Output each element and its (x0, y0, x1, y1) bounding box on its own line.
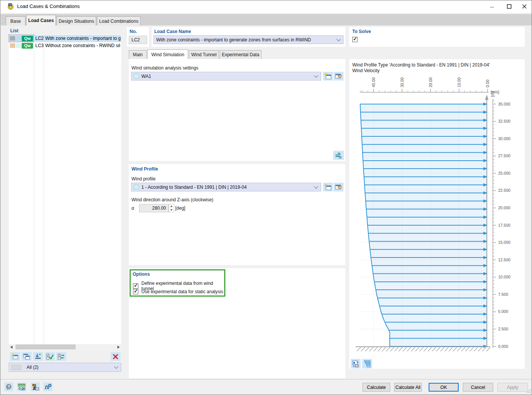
chart-subtitle: Wind Velocity (352, 68, 380, 73)
alpha-unit: [deg] (175, 205, 185, 211)
use-experimental-checkbox[interactable] (133, 289, 138, 294)
new-profile-button[interactable] (323, 183, 333, 191)
close-button[interactable] (517, 1, 532, 12)
list-item-lc3[interactable]: Qw LC3 Without zone constraints - RWIND … (9, 42, 121, 49)
fx-icon: fx (44, 383, 52, 391)
option-use-experimental[interactable]: Use experimental data for static analysi… (133, 289, 223, 294)
maximize-button[interactable] (500, 1, 518, 12)
wind-settings-button[interactable] (333, 151, 344, 160)
app-icon (7, 3, 14, 10)
footer-divider (0, 379, 532, 379)
svg-text:0.00: 0.00 (485, 79, 490, 87)
tab-base[interactable]: Base (6, 16, 25, 25)
chevron-down-icon (314, 184, 318, 188)
svg-text:?: ? (8, 384, 10, 389)
wind-icon (335, 152, 342, 158)
cancel-button[interactable]: Cancel (463, 383, 493, 392)
spinner-up[interactable] (169, 204, 174, 208)
wind-profile-label: Wind profile (131, 176, 155, 182)
chevron-down-icon (114, 364, 118, 368)
delete-case-button[interactable] (111, 352, 120, 361)
minimize-button[interactable] (483, 1, 500, 12)
edit-profile-button[interactable] (334, 183, 344, 191)
load-cases-dialog: Load Cases & Combinations Base Load Case… (0, 0, 532, 395)
list-horizontal-scrollbar[interactable] (9, 344, 121, 350)
to-solve-panel: To Solve (349, 27, 525, 47)
calculate-all-button[interactable]: Calculate All (394, 383, 422, 392)
ok-button[interactable]: OK (429, 383, 459, 392)
wind-sim-settings-dropdown[interactable]: WA1 (131, 72, 321, 81)
svg-text:15.000: 15.000 (498, 240, 510, 245)
invert-selection-button[interactable] (56, 352, 66, 361)
copy-case-button[interactable] (22, 352, 32, 361)
window-title: Load Cases & Combinations (17, 3, 80, 9)
edit-settings-button[interactable] (334, 72, 344, 81)
case-number-field[interactable]: LC2 (129, 36, 147, 44)
diagram-refresh-icon (352, 360, 359, 368)
subtab-experimental-data[interactable]: Experimental Data (220, 50, 261, 59)
wind-direction-spinner[interactable] (169, 204, 174, 212)
color-letter-icon: A (32, 383, 39, 391)
options-header: Options (133, 272, 150, 277)
edit-window-hand-icon (335, 184, 342, 191)
spinner-down[interactable] (169, 208, 174, 212)
tab-design-situations[interactable]: Design Situations (57, 16, 96, 25)
insert-arrow-icon (34, 353, 42, 360)
chart-title: Wind Profile Type 'According to Standard… (352, 62, 523, 68)
profile-swatch (134, 185, 139, 190)
wind-profile-value: 1 - According to Standard - EN 1991 | DI… (141, 185, 312, 190)
svg-text:0.000: 0.000 (498, 344, 508, 349)
help-button[interactable]: ? (4, 382, 13, 391)
wind-profile-chart-panel: Wind Profile Type 'According to Standard… (349, 59, 525, 369)
tab-load-cases[interactable]: Load Cases (26, 15, 56, 25)
scrollbar-thumb[interactable] (16, 344, 76, 349)
list-header: List (10, 28, 18, 33)
calculate-button[interactable]: Calculate (363, 383, 390, 392)
svg-text:12.500: 12.500 (498, 258, 510, 262)
svg-text:20.000: 20.000 (498, 205, 510, 210)
new-settings-button[interactable] (323, 72, 333, 81)
to-solve-checkbox[interactable] (352, 37, 358, 42)
profile-display-button[interactable] (362, 359, 372, 368)
svg-text:30.00: 30.00 (400, 77, 404, 87)
subtab-wind-tunnel[interactable]: Wind Tunnel (189, 50, 219, 59)
list-column-divider (44, 35, 44, 344)
wind-profile-dropdown[interactable]: 1 - According to Standard - EN 1991 | DI… (131, 183, 321, 191)
alpha-symbol: α (131, 205, 134, 211)
select-all-button[interactable] (45, 352, 55, 361)
new-case-button[interactable] (10, 352, 20, 361)
load-case-list (9, 35, 121, 344)
resize-grip[interactable] (526, 389, 531, 393)
list-column-divider (34, 35, 34, 344)
check-all-icon (46, 353, 54, 360)
main-tab-strip: Base Load Cases Design Situations Load C… (1, 14, 532, 25)
filter-value: All (2) (27, 365, 112, 370)
wind-direction-input[interactable]: 280.00 (139, 204, 169, 212)
scroll-left-arrow[interactable] (9, 344, 14, 350)
svg-text:32.500: 32.500 (498, 119, 510, 123)
display-settings-button[interactable]: A (31, 382, 40, 391)
case-id: LC2 (35, 36, 44, 41)
svg-text:17.500: 17.500 (498, 223, 510, 228)
to-solve-label: To Solve (352, 29, 371, 34)
scroll-right-arrow[interactable] (116, 344, 121, 350)
list-filter-dropdown[interactable]: All (2) (9, 363, 121, 372)
list-item-lc2[interactable]: Qw LC2 With zone constraints - important… (9, 35, 121, 42)
copy-icon (23, 353, 30, 360)
insert-case-button[interactable] (33, 352, 43, 361)
define-experimental-checkbox[interactable] (133, 283, 138, 289)
formula-button[interactable]: fx (43, 382, 52, 391)
title-bar[interactable]: Load Cases & Combinations (0, 0, 532, 13)
tab-load-combinations[interactable]: Load Combinations (97, 16, 141, 25)
subtab-main[interactable]: Main (129, 50, 147, 59)
svg-text:10.00: 10.00 (457, 77, 461, 87)
subtab-wind-simulation[interactable]: Wind Simulation (147, 49, 188, 59)
edit-window-hand-icon (335, 73, 342, 80)
chevron-down-icon (336, 37, 340, 41)
svg-text:22.500: 22.500 (498, 188, 510, 193)
color-swatch (10, 43, 15, 48)
units-settings-button[interactable]: 0,00 (17, 382, 26, 391)
chart-view-button[interactable] (351, 359, 361, 368)
load-case-name-dropdown[interactable]: With zone constraints - important to gen… (154, 35, 344, 44)
apply-button[interactable]: Apply (497, 383, 528, 392)
